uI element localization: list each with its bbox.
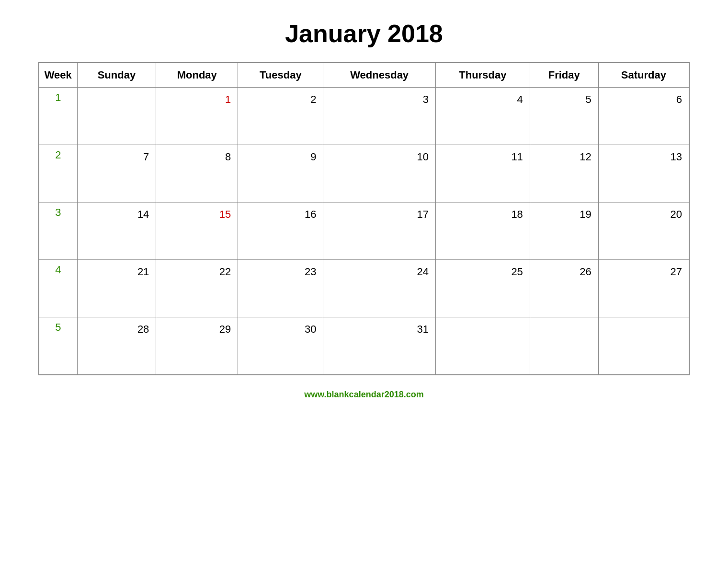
- day-number: 3: [328, 91, 430, 106]
- header-saturday: Saturday: [598, 63, 689, 88]
- day-cell: 9: [238, 145, 323, 202]
- day-number: 2: [243, 91, 318, 106]
- header-monday: Monday: [156, 63, 238, 88]
- day-cell: 28: [77, 317, 156, 375]
- day-number: 12: [535, 149, 593, 163]
- header-sunday: Sunday: [77, 63, 156, 88]
- day-cell: [530, 317, 598, 375]
- day-number: 31: [328, 321, 430, 336]
- day-cell: 22: [156, 260, 238, 317]
- day-number: 1: [161, 91, 233, 106]
- day-cell: 13: [598, 145, 689, 202]
- day-cell: 6: [598, 88, 689, 145]
- week-number-cell: 3: [39, 202, 77, 260]
- day-number: 13: [603, 149, 684, 163]
- day-cell: 27: [598, 260, 689, 317]
- day-cell: 26: [530, 260, 598, 317]
- day-number: 19: [535, 206, 593, 221]
- day-number: 15: [161, 206, 233, 221]
- day-number: 18: [441, 206, 525, 221]
- page-title: January 2018: [285, 19, 443, 48]
- day-cell: 5: [530, 88, 598, 145]
- day-cell: 18: [435, 202, 530, 260]
- day-cell: 25: [435, 260, 530, 317]
- week-row-1: 1123456: [39, 88, 689, 145]
- header-wednesday: Wednesday: [323, 63, 435, 88]
- day-number: 16: [243, 206, 318, 221]
- day-number: 28: [82, 321, 151, 336]
- week-number: 1: [55, 91, 61, 103]
- day-number: 5: [535, 91, 593, 106]
- day-number: 25: [441, 264, 525, 278]
- day-cell: 23: [238, 260, 323, 317]
- week-row-3: 314151617181920: [39, 202, 689, 260]
- day-number: 23: [243, 264, 318, 278]
- week-number: 2: [55, 149, 61, 161]
- day-number: 7: [82, 149, 151, 163]
- day-cell: 10: [323, 145, 435, 202]
- day-cell: 14: [77, 202, 156, 260]
- day-number: 6: [603, 91, 684, 106]
- day-number: 30: [243, 321, 318, 336]
- day-number: 8: [161, 149, 233, 163]
- day-number: 14: [82, 206, 151, 221]
- day-number: 10: [328, 149, 430, 163]
- day-cell: 4: [435, 88, 530, 145]
- day-cell: 24: [323, 260, 435, 317]
- week-number: 3: [55, 206, 61, 218]
- day-number: 4: [441, 91, 525, 106]
- calendar-table: WeekSundayMondayTuesdayWednesdayThursday…: [38, 62, 690, 375]
- header-week: Week: [39, 63, 77, 88]
- header-tuesday: Tuesday: [238, 63, 323, 88]
- footer: www.blankcalendar2018.com: [304, 390, 423, 400]
- day-cell: 21: [77, 260, 156, 317]
- day-cell: 20: [598, 202, 689, 260]
- day-cell: 15: [156, 202, 238, 260]
- day-number: 29: [161, 321, 233, 336]
- week-number-cell: 4: [39, 260, 77, 317]
- day-number: 9: [243, 149, 318, 163]
- week-row-4: 421222324252627: [39, 260, 689, 317]
- day-cell: 30: [238, 317, 323, 375]
- day-cell: 19: [530, 202, 598, 260]
- day-cell: [435, 317, 530, 375]
- day-cell: 2: [238, 88, 323, 145]
- day-cell: 3: [323, 88, 435, 145]
- week-number-cell: 1: [39, 88, 77, 145]
- day-cell: 17: [323, 202, 435, 260]
- day-cell: 29: [156, 317, 238, 375]
- day-number: 17: [328, 206, 430, 221]
- week-number-cell: 5: [39, 317, 77, 375]
- day-cell: 11: [435, 145, 530, 202]
- day-number: 26: [535, 264, 593, 278]
- week-number: 5: [55, 321, 61, 333]
- footer-url: www.blankcalendar2018.com: [304, 390, 423, 399]
- day-cell: 1: [156, 88, 238, 145]
- day-cell: 8: [156, 145, 238, 202]
- day-cell: 12: [530, 145, 598, 202]
- day-number: 20: [603, 206, 684, 221]
- week-number: 4: [55, 264, 61, 276]
- day-number: 22: [161, 264, 233, 278]
- day-number: 21: [82, 264, 151, 278]
- day-number: 11: [441, 149, 525, 163]
- week-row-2: 278910111213: [39, 145, 689, 202]
- week-number-cell: 2: [39, 145, 77, 202]
- day-cell: 7: [77, 145, 156, 202]
- day-cell: [598, 317, 689, 375]
- calendar-header: WeekSundayMondayTuesdayWednesdayThursday…: [39, 63, 689, 88]
- header-friday: Friday: [530, 63, 598, 88]
- week-row-5: 528293031: [39, 317, 689, 375]
- day-cell: 31: [323, 317, 435, 375]
- day-number: 24: [328, 264, 430, 278]
- day-cell: 16: [238, 202, 323, 260]
- header-thursday: Thursday: [435, 63, 530, 88]
- day-cell: [77, 88, 156, 145]
- day-number: 27: [603, 264, 684, 278]
